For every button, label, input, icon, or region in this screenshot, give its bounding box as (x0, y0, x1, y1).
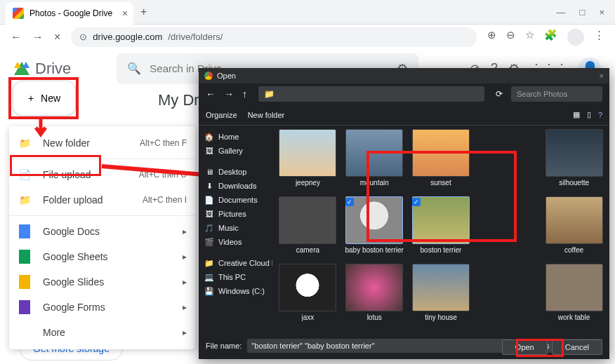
sidebar-music[interactable]: 🎵Music (199, 221, 272, 235)
forms-icon (19, 300, 30, 314)
browser-tab[interactable]: Photos - Google Drive × (6, 2, 133, 25)
new-tab-button[interactable]: + (140, 6, 147, 18)
menu-google-docs[interactable]: Google Docs ▸ (9, 219, 195, 244)
sidebar-downloads[interactable]: ⬇Downloads (199, 179, 272, 193)
browser-tab-strip: Photos - Google Drive × + — □ × (0, 0, 615, 25)
dialog-close-icon[interactable]: × (600, 72, 604, 80)
forward-icon[interactable]: → (32, 31, 44, 43)
sidebar-desktop[interactable]: 🖥Desktop (199, 165, 272, 179)
dialog-path-bar[interactable]: 📁 (258, 86, 484, 102)
desktop-icon: 🖥 (204, 167, 214, 177)
minimize-icon[interactable]: — (557, 7, 566, 18)
home-icon: 🏠 (204, 132, 214, 142)
preview-pane-icon[interactable]: ▯ (587, 110, 591, 119)
pictures-icon: 🖼 (204, 209, 214, 219)
music-icon: 🎵 (204, 223, 214, 233)
filename-input[interactable]: "boston terrier" "baby boston terrier" (247, 339, 512, 353)
page-title: My Dr (158, 91, 199, 109)
sidebar-pictures[interactable]: 🖼Pictures (199, 207, 272, 221)
dialog-title: Open (217, 72, 236, 80)
chrome-icon (204, 72, 213, 80)
file-thumb[interactable]: work table (542, 264, 606, 328)
dialog-search[interactable]: Search Photos (511, 86, 602, 102)
filename-label: File name: (206, 342, 242, 350)
drive-logo[interactable]: Drive (14, 60, 71, 78)
sidebar-documents[interactable]: 📄Documents (199, 193, 272, 207)
highlight-open-button (516, 339, 564, 357)
nav-back-icon[interactable]: ← (206, 88, 216, 100)
view-mode-icon[interactable]: ▦ (573, 110, 580, 119)
drive-brand: Drive (35, 60, 71, 78)
highlight-file-upload (10, 155, 101, 176)
nav-forward-icon[interactable]: → (224, 88, 234, 100)
menu-google-sheets[interactable]: Google Sheets ▸ (9, 244, 195, 269)
close-tab-icon[interactable]: × (122, 8, 128, 19)
highlight-selected-thumbs (366, 151, 517, 242)
gallery-icon: 🖼 (204, 146, 214, 156)
reload-icon[interactable]: × (54, 31, 60, 43)
chevron-right-icon: ▸ (183, 328, 187, 337)
sidebar-thispc[interactable]: 💻This PC (199, 270, 272, 284)
file-thumb[interactable]: coffee (542, 196, 606, 261)
drive-triangle-icon (14, 62, 29, 75)
organize-button[interactable]: Organize (206, 111, 237, 119)
profile-avatar[interactable] (567, 29, 584, 46)
menu-new-folder[interactable]: 📁 New folder Alt+C then F (9, 130, 195, 156)
file-thumb[interactable]: silhouette (542, 129, 606, 194)
folder-plus-icon: 📁 (18, 136, 32, 150)
dialog-titlebar: Open × (199, 68, 609, 83)
menu-google-slides[interactable]: Google Slides ▸ (9, 269, 195, 295)
file-thumb[interactable]: lotus (343, 264, 406, 328)
window-controls: — □ × (557, 7, 615, 18)
install-icon[interactable]: ⊕ (487, 29, 496, 46)
highlight-new-button (8, 77, 79, 119)
drive-favicon (13, 8, 24, 19)
zoom-icon[interactable]: ⊖ (506, 29, 515, 46)
close-window-icon[interactable]: × (599, 7, 604, 18)
file-thumb[interactable]: camera (276, 196, 340, 261)
sheets-icon (19, 250, 30, 264)
extensions-icon[interactable]: 🧩 (544, 29, 557, 46)
sidebar-videos[interactable]: 🎬Videos (199, 235, 272, 249)
download-icon: ⬇ (204, 181, 214, 191)
document-icon: 📄 (204, 195, 214, 205)
url-host: drive.google.com (93, 32, 162, 42)
sidebar-home[interactable]: 🏠Home (199, 130, 272, 144)
slides-icon (19, 275, 30, 289)
pc-icon: 💻 (204, 272, 214, 282)
disk-icon: 💾 (204, 286, 214, 296)
dialog-sidebar: 🏠Home 🖼Gallery 🖥Desktop ⬇Downloads 📄Docu… (199, 126, 272, 332)
menu-more[interactable]: More ▸ (9, 320, 195, 345)
new-folder-button[interactable]: New folder (248, 111, 285, 119)
search-icon: 🔍 (127, 62, 141, 75)
menu-folder-upload[interactable]: 📁 Folder upload Alt+C then I (9, 187, 195, 213)
address-bar-row: ← → × ⊙ drive.google.com/drive/folders/ … (0, 25, 615, 49)
refresh-icon[interactable]: ⟳ (496, 89, 503, 99)
sidebar-creative[interactable]: 📁Creative Cloud F (199, 256, 272, 270)
menu-google-forms[interactable]: Google Forms ▸ (9, 295, 195, 320)
help-icon[interactable]: ? (598, 111, 602, 119)
video-icon: 🎬 (204, 237, 214, 247)
file-thumb[interactable]: jaxx (276, 264, 340, 328)
docs-icon (19, 224, 30, 238)
url-path: /drive/folders/ (168, 32, 223, 42)
bookmark-icon[interactable]: ☆ (525, 29, 534, 46)
file-thumb[interactable]: jeepney (276, 129, 340, 194)
sidebar-gallery[interactable]: 🖼Gallery (199, 144, 272, 158)
chevron-right-icon: ▸ (183, 227, 187, 236)
dialog-nav-row: ← → ↑ 📁 ⟳ Search Photos (199, 83, 609, 105)
dialog-toolbar: Organize New folder ▦ ▯ ? (199, 105, 609, 126)
lock-icon: ⊙ (79, 32, 87, 42)
address-bar[interactable]: ⊙ drive.google.com/drive/folders/ (71, 27, 477, 47)
chevron-right-icon: ▸ (183, 277, 187, 287)
nav-up-icon[interactable]: ↑ (242, 88, 247, 100)
tab-title: Photos - Google Drive (29, 8, 112, 18)
maximize-icon[interactable]: □ (580, 7, 586, 18)
back-icon[interactable]: ← (11, 31, 22, 43)
file-thumb[interactable]: tiny house (409, 264, 473, 328)
folder-icon: 📁 (264, 89, 275, 99)
chevron-right-icon: ▸ (183, 302, 187, 312)
folder-upload-icon: 📁 (18, 193, 32, 207)
sidebar-windows-c[interactable]: 💾Windows (C:) (199, 284, 272, 298)
kebab-icon[interactable]: ⋮ (594, 29, 604, 46)
